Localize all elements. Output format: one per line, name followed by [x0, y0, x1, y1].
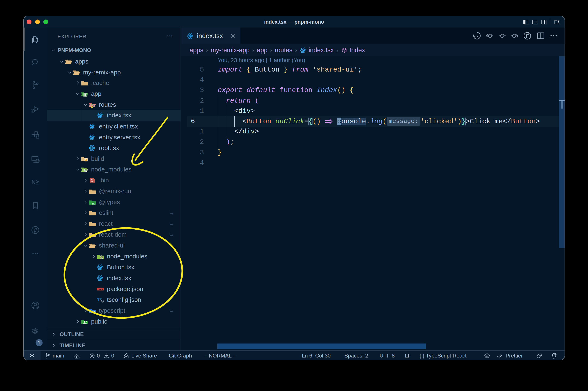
svg-text:js: js: [85, 169, 87, 172]
svg-text:js: js: [100, 256, 102, 258]
svg-text:01: 01: [91, 179, 93, 181]
svg-text:npm: npm: [98, 288, 103, 290]
svg-text:TS: TS: [92, 202, 95, 205]
svg-text:TS: TS: [97, 297, 102, 302]
svg-text:TS: TS: [92, 311, 95, 314]
svg-text:10: 10: [91, 181, 93, 183]
